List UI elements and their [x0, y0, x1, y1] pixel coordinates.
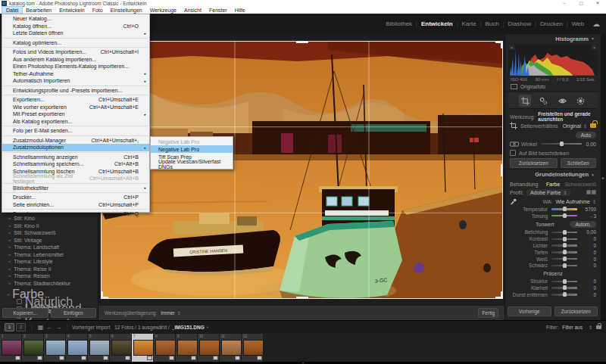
- preset-item[interactable]: ▸Thema: Reise II: [0, 266, 98, 273]
- wb-value[interactable]: Wie Aufnahme: [555, 199, 590, 204]
- source-label[interactable]: Vorheriger Import: [72, 325, 110, 330]
- slider-value[interactable]: 0: [581, 278, 596, 284]
- monitor1-button[interactable]: 1: [5, 323, 14, 331]
- filter-dropdown-icon[interactable]: ⇕: [589, 325, 592, 330]
- filmstrip-thumbnail-8[interactable]: 8: [154, 334, 176, 362]
- original-photo-row[interactable]: Originalfoto: [505, 82, 601, 92]
- menubar-item-datei[interactable]: Datei: [2, 7, 22, 14]
- menu-item-einen-photoshop-elements-katalog-importieren[interactable]: Einen Photoshop Elements-Katalog importi…: [2, 63, 149, 70]
- slider-thumb[interactable]: [563, 285, 567, 290]
- photo-canvas[interactable]: CRISTINE HANSEN 3-GC: [101, 41, 503, 299]
- crop-reset-button[interactable]: Zurücksetzen: [510, 158, 558, 168]
- preset-item[interactable]: ▸Stil: Kino II: [0, 222, 98, 230]
- constrain-checkbox[interactable]: [510, 150, 516, 156]
- slider-value[interactable]: 5700: [581, 207, 596, 212]
- module-diashow[interactable]: Diashow: [504, 20, 536, 27]
- menu-item-exportieren[interactable]: Exportieren...Ctrl+Umschalt+E: [2, 96, 149, 104]
- overlay-dropdown-icon[interactable]: ⇕: [177, 310, 181, 316]
- histogram[interactable]: ▲ ▲: [508, 44, 598, 76]
- preset-item[interactable]: ▸Thema: Landschaft: [0, 244, 98, 251]
- cloud-sync-icon[interactable]: ☁: [592, 20, 600, 28]
- module-web[interactable]: Web: [568, 20, 588, 27]
- filter-lock-icon[interactable]: [596, 325, 601, 329]
- menu-item-zusatzmodul-manager[interactable]: Zusatzmodul-ManagerCtrl+Alt+Umschalt+,: [2, 137, 149, 145]
- slider-thumb[interactable]: [563, 257, 567, 261]
- menubar-item-hilfe[interactable]: Hilfe: [231, 7, 249, 14]
- wb-dropdown-icon[interactable]: ⇕: [592, 199, 596, 204]
- menu-item-mit-preset-exportieren[interactable]: Mit Preset exportieren▸: [2, 110, 149, 118]
- module-bibliothek[interactable]: Bibliothek: [382, 20, 416, 27]
- right-panel-collapse[interactable]: ▸: [601, 34, 606, 320]
- slider-value[interactable]: 0: [581, 257, 596, 262]
- aspect-lock-icon[interactable]: [590, 123, 596, 128]
- menu-item-drucker[interactable]: Drucker...Ctrl+P: [2, 194, 149, 201]
- masking-tool-icon[interactable]: [575, 95, 587, 107]
- slider-value[interactable]: 0: [581, 263, 596, 268]
- slider-thumb[interactable]: [563, 230, 567, 235]
- back-arrow-icon[interactable]: ←: [46, 324, 52, 331]
- auto-tone-button[interactable]: Autom.: [570, 221, 596, 228]
- treatment-bw[interactable]: Schwarzweiß: [564, 182, 596, 187]
- aspect-value[interactable]: Original: [563, 123, 581, 129]
- menu-item-schnellsammlung-speichern[interactable]: Schnellsammlung speichern...Ctrl+Alt+B: [2, 160, 149, 168]
- preset-item[interactable]: ▸Thema: Reisen: [0, 272, 98, 280]
- menu-item-neuer-katalog[interactable]: Neuer Katalog...: [2, 15, 149, 23]
- angle-value[interactable]: 0,00: [586, 142, 596, 147]
- slider-track[interactable]: [551, 281, 577, 283]
- histogram-header[interactable]: Histogramm ▼: [505, 34, 601, 43]
- menu-item-katalog-ffnen[interactable]: Katalog öffnen...Ctrl+O: [2, 23, 149, 30]
- module-buch[interactable]: Buch: [481, 20, 502, 27]
- menu-item-foto-per-e-mail-senden[interactable]: Foto per E-Mail senden...: [2, 127, 149, 135]
- menu-item-tether-aufnahme[interactable]: Tether-Aufnahme▸: [2, 70, 149, 78]
- menubar-item-fenster[interactable]: Fenster: [205, 7, 231, 14]
- slider-thumb[interactable]: [563, 207, 567, 211]
- healing-tool-icon[interactable]: [538, 95, 550, 107]
- slider-value[interactable]: 0: [581, 236, 596, 241]
- menubar-item-werkzeuge[interactable]: Werkzeuge: [146, 7, 180, 14]
- menu-item-seite-einrichten[interactable]: Seite einrichten...Ctrl+Umschalt+P: [2, 201, 149, 209]
- filmstrip-thumbnail-9[interactable]: 9: [176, 334, 198, 362]
- preset-item[interactable]: ▸Stil: Schwarzweiß: [0, 229, 98, 237]
- previous-button[interactable]: Vorherige: [508, 306, 551, 316]
- crop-close-button[interactable]: Schließen: [561, 158, 597, 168]
- close-button[interactable]: ✕: [589, 0, 606, 7]
- aspect-dropdown-icon[interactable]: ⇕: [583, 123, 587, 129]
- slider-track[interactable]: [551, 294, 577, 296]
- slider-track[interactable]: [551, 265, 577, 267]
- reset-button[interactable]: Zurücksetzen: [554, 306, 598, 316]
- slider-thumb[interactable]: [563, 213, 567, 218]
- eyedropper-icon[interactable]: [510, 198, 517, 205]
- preset-item[interactable]: ▸Thema: Lebensmittel: [0, 251, 98, 259]
- treatment-color[interactable]: Farbe: [546, 182, 560, 187]
- menu-item-aus-anderem-katalog-importieren[interactable]: Aus anderem Katalog importieren...: [2, 56, 149, 64]
- slider-thumb[interactable]: [563, 250, 567, 254]
- submenu-item-update-vuescan-silverfast-dngs[interactable]: Update Vuescan/Silverfast DNGs: [151, 160, 233, 168]
- angle-slider[interactable]: [541, 143, 582, 145]
- menu-item-letzte-dateien-ffnen[interactable]: Letzte Dateien öffnen▸: [2, 30, 149, 37]
- profile-browser-icon[interactable]: ▦▦: [586, 189, 596, 195]
- slider-track[interactable]: [551, 215, 577, 217]
- preset-item[interactable]: ▸Stil: Vintage: [0, 237, 98, 244]
- menubar-item-ansicht[interactable]: Ansicht: [180, 7, 205, 14]
- filter-value[interactable]: Filter aus: [562, 325, 583, 330]
- slider-value[interactable]: - 3: [581, 213, 596, 219]
- slider-thumb[interactable]: [563, 279, 567, 284]
- filmstrip-thumbnail-12[interactable]: 12: [242, 334, 264, 362]
- menubar-item-bearbeiten[interactable]: Bearbeiten: [22, 7, 55, 14]
- filmstrip-thumbnail-5[interactable]: 5: [88, 334, 110, 362]
- menubar-item-einstellungen[interactable]: Einstellungen: [107, 7, 146, 14]
- menu-item-zusatzmoduloptionen[interactable]: Zusatzmoduloptionen▸: [2, 144, 149, 151]
- crop-tool-icon[interactable]: [519, 95, 531, 107]
- slider-value[interactable]: 0: [581, 250, 596, 255]
- overlay-value[interactable]: Immer: [161, 310, 174, 316]
- filmstrip-thumbnail-6[interactable]: 6: [110, 334, 132, 362]
- done-button[interactable]: Fertig: [478, 308, 498, 318]
- module-drucken[interactable]: Drucken: [536, 20, 567, 27]
- monitor2-button[interactable]: 2: [16, 323, 26, 331]
- filmstrip-thumbnail-4[interactable]: 4: [66, 334, 88, 362]
- slider-thumb[interactable]: [563, 237, 567, 241]
- slider-track[interactable]: [551, 258, 577, 260]
- module-entwickeln[interactable]: Entwickeln: [417, 20, 457, 27]
- menu-item-automatisch-importieren[interactable]: Automatisch importieren▸: [2, 77, 149, 85]
- filmstrip-thumbnail-1[interactable]: 1: [0, 334, 22, 362]
